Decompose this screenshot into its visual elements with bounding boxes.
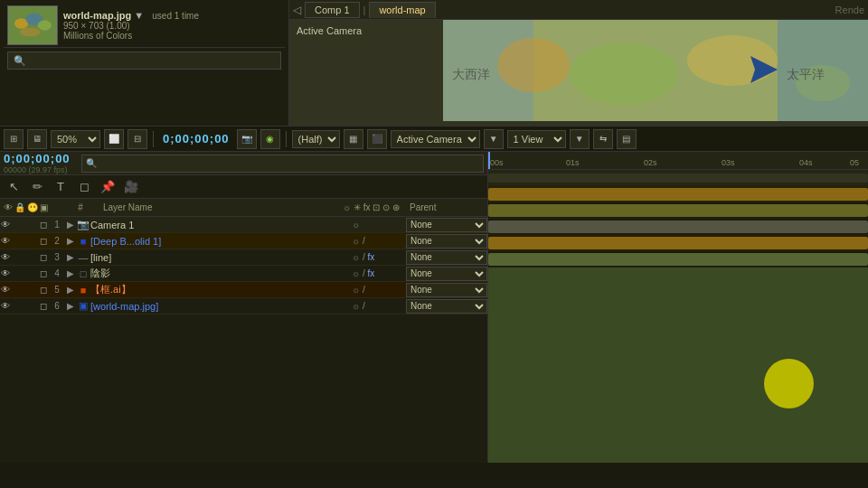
toolbar-sep1	[153, 131, 154, 147]
toolbar-sep2	[286, 131, 287, 147]
asset-used: used 1 time	[152, 11, 199, 21]
parent-select-1[interactable]: None	[406, 218, 487, 232]
comp-tabs: ◁ Comp 1 | world-map Rende	[289, 0, 868, 20]
tool-pen[interactable]: ✏	[27, 177, 47, 197]
zoom-select[interactable]: 50% 25% 100%	[51, 130, 100, 148]
layer-header-bar: 0;00;00;00 00000 (29.97 fps) 🔍	[0, 152, 487, 175]
timeline-tracks	[488, 170, 868, 463]
track-bar-2	[488, 188, 868, 201]
switch-icon4: ⊡	[373, 202, 380, 212]
table-row[interactable]: 👁 ◻ 4 ▶ □ 陰影 ☼ / fx None	[0, 266, 487, 282]
tool-select[interactable]: ↖	[4, 177, 24, 197]
col-eye-icon: 👁	[4, 202, 13, 212]
tab-comp1[interactable]: Comp 1	[305, 2, 360, 18]
tab-comp1-label: Comp 1	[315, 5, 350, 15]
comp-work-area	[488, 267, 868, 463]
comp-tab-arrow-left[interactable]: ◁	[293, 4, 301, 16]
preview-image-inner: 大西洋 太平洋	[443, 20, 868, 121]
toolbar-snap-btn[interactable]: ⊞	[4, 129, 24, 149]
tool-camera[interactable]: 🎥	[121, 177, 141, 197]
toolbar-display-btn[interactable]: ▦	[344, 129, 363, 149]
toolbar-view-arrow[interactable]: ▼	[570, 129, 590, 149]
svg-point-4	[20, 28, 41, 37]
preview-area: Active Camera 大西洋 太	[289, 20, 868, 126]
search-icon: 🔍	[14, 55, 26, 67]
asset-info: world-map.jpg ▼ used 1 time 950 × 703 (1…	[63, 10, 199, 41]
timeline-track-5	[488, 235, 868, 251]
layer-search-input[interactable]	[99, 158, 479, 169]
svg-text:大西洋: 大西洋	[452, 68, 490, 81]
track-bar-3	[488, 204, 868, 217]
col-type-icon: ▣	[40, 202, 48, 212]
parent-select-5[interactable]: None	[406, 283, 487, 297]
parent-select-4[interactable]: None	[406, 267, 487, 281]
asset-name: world-map.jpg ▼ used 1 time	[63, 10, 199, 21]
timeline-ruler: 00s 01s 02s 03s 04s 05	[488, 152, 868, 170]
layer-search-icon: 🔍	[86, 158, 97, 168]
active-camera-label: Active Camera	[297, 25, 362, 36]
timeline-track-4	[488, 219, 868, 235]
ruler-mark-2s: 02s	[644, 158, 657, 167]
camera-select[interactable]: Active Camera Camera 1	[391, 130, 480, 148]
svg-text:太平洋: 太平洋	[787, 68, 825, 81]
toolbar-alpha-btn[interactable]: ⬛	[367, 129, 387, 149]
quality-select[interactable]: (Half) (Full)	[292, 130, 340, 148]
preview-panel: ◁ Comp 1 | world-map Rende Active Camera	[289, 0, 868, 126]
toolbar-extra-btn[interactable]: ▤	[617, 129, 637, 149]
table-row[interactable]: 👁 ◻ 6 ▶ ▣ [world-map.jpg] ☼ / None	[0, 298, 487, 314]
layer-rows-container: 👁 ◻ 1 ▶ 📷 Camera 1 ☼ None 👁 ◻	[0, 217, 487, 314]
parent-select-3[interactable]: None	[406, 250, 487, 265]
ruler-mark-3s: 03s	[722, 158, 735, 167]
parent-select-6[interactable]: None	[406, 299, 487, 314]
render-label: Rende	[835, 5, 864, 15]
ruler-mark-0s: 00s	[490, 158, 504, 167]
timeline-track-1	[488, 170, 868, 186]
track-bar-1	[488, 174, 868, 183]
preview-image: 大西洋 太平洋	[443, 20, 868, 121]
col-name-header: Layer Name	[89, 202, 343, 212]
timecode-display: 0;00;00;00	[159, 132, 233, 145]
layer-tools: ↖ ✏ T ◻ 📌 🎥	[0, 175, 487, 199]
asset-color-mode: Millions of Colors	[63, 31, 199, 41]
yellow-circle	[764, 359, 814, 408]
switch-icon1: ☼	[343, 202, 351, 212]
svg-point-10	[570, 42, 678, 106]
toolbar-fit-btn[interactable]: ⬜	[104, 129, 124, 149]
toolbar-transfer-btn[interactable]: ⇆	[593, 129, 613, 149]
asset-filename: world-map.jpg	[63, 10, 131, 21]
switch-icon3: fx	[363, 202, 371, 212]
table-row[interactable]: 👁 ◻ 5 ▶ ■ 【框.ai】 ☼ / None	[0, 282, 487, 298]
asset-search-bar[interactable]: 🔍	[7, 52, 281, 70]
track-bar-5	[488, 237, 868, 249]
table-row[interactable]: 👁 ◻ 1 ▶ 📷 Camera 1 ☼ None	[0, 217, 487, 233]
main-toolbar: ⊞ 🖥 50% 25% 100% ⬜ ⊟ 0;00;00;00 📷 ◉ (Hal…	[0, 127, 868, 152]
tool-text[interactable]: T	[51, 177, 71, 197]
main-area: 0;00;00;00 00000 (29.97 fps) 🔍 ↖ ✏ T ◻ 📌…	[0, 152, 868, 463]
tool-shape[interactable]: ◻	[74, 177, 94, 197]
layer-panel: 0;00;00;00 00000 (29.97 fps) 🔍 ↖ ✏ T ◻ 📌…	[0, 152, 488, 463]
asset-triangle[interactable]: ▼	[134, 10, 144, 21]
tab-worldmap[interactable]: world-map	[369, 2, 435, 18]
layer-name-2: [Deep B...olid 1]	[90, 236, 352, 247]
view-select[interactable]: 1 View 2 Views	[507, 130, 566, 148]
toolbar-monitor-btn[interactable]: 🖥	[27, 129, 47, 149]
svg-point-3	[38, 20, 52, 30]
toolbar-camera-icon-btn[interactable]: 📷	[237, 129, 257, 149]
toolbar-cam-arrow[interactable]: ▼	[484, 129, 504, 149]
asset-header: world-map.jpg ▼ used 1 time 950 × 703 (1…	[4, 4, 285, 48]
ruler-mark-1s: 01s	[566, 158, 580, 167]
timeline-track-6	[488, 251, 868, 267]
table-row[interactable]: 👁 ◻ 3 ▶ — [line] ☼ / fx None	[0, 249, 487, 266]
layer-col-header: 👁 🔒 😶 ▣ # Layer Name ☼ ✳ fx ⊡ ⊙ ⊛ Parent	[0, 199, 487, 217]
asset-search-input[interactable]	[30, 55, 275, 66]
toolbar-grid-btn[interactable]: ⊟	[127, 129, 147, 149]
toolbar-color-btn[interactable]: ◉	[260, 129, 280, 149]
parent-select-2[interactable]: None	[406, 234, 487, 249]
layer-search[interactable]: 🔍	[81, 155, 484, 173]
tab-separator: |	[363, 5, 366, 15]
table-row[interactable]: 👁 ◻ 2 ▶ ■ [Deep B...olid 1] ☼ / None	[0, 233, 487, 249]
tool-pin[interactable]: 📌	[98, 177, 118, 197]
switch-icon6: ⊛	[392, 202, 400, 212]
tab-worldmap-label: world-map	[379, 5, 425, 15]
switch-icon2: ✳	[354, 202, 361, 212]
